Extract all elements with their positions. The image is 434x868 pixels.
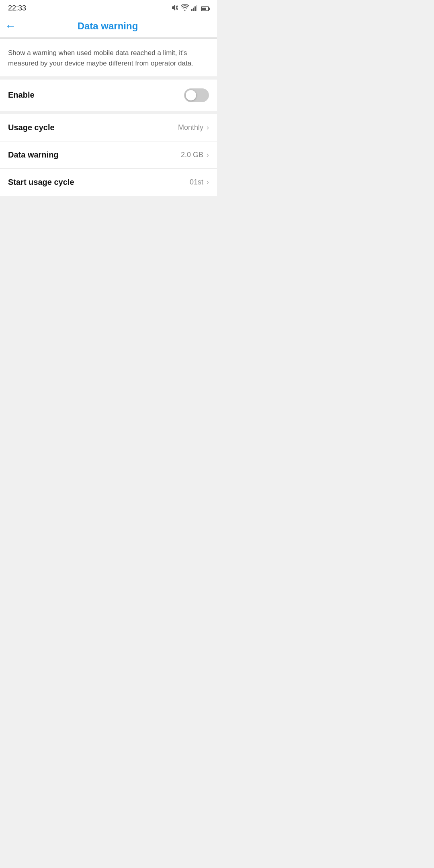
status-time: 22:33 (8, 4, 26, 12)
toggle-thumb (186, 90, 196, 100)
data-warning-value-group: 2.0 GB › (181, 151, 209, 159)
enable-section: Enable (0, 80, 217, 111)
usage-cycle-label: Usage cycle (8, 123, 55, 132)
data-warning-label: Data warning (8, 150, 59, 160)
enable-row[interactable]: Enable (0, 80, 217, 111)
start-usage-cycle-value-group: 01st › (190, 178, 209, 186)
start-usage-cycle-row[interactable]: Start usage cycle 01st › (0, 169, 217, 196)
page-title: Data warning (23, 20, 193, 32)
signal-icon (191, 4, 199, 12)
status-bar: 22:33 + (0, 0, 217, 15)
toggle-track (184, 88, 209, 102)
usage-cycle-row[interactable]: Usage cycle Monthly › (0, 114, 217, 141)
status-icons: + (171, 4, 209, 12)
toolbar: ← Data warning (0, 15, 217, 38)
svg-text:+: + (186, 5, 188, 8)
wifi-icon: + (181, 4, 189, 12)
description-text: Show a warning when used mobile data rea… (8, 48, 209, 69)
data-warning-row[interactable]: Data warning 2.0 GB › (0, 141, 217, 169)
usage-cycle-value-group: Monthly › (178, 123, 209, 132)
data-warning-value: 2.0 GB (181, 151, 203, 159)
svg-rect-5 (194, 6, 196, 11)
mute-icon (171, 4, 178, 12)
settings-list: Usage cycle Monthly › Data warning 2.0 G… (0, 114, 217, 196)
usage-cycle-value: Monthly (178, 123, 203, 132)
svg-rect-4 (193, 8, 194, 11)
data-warning-chevron: › (207, 151, 209, 159)
usage-cycle-chevron: › (207, 123, 209, 132)
start-usage-cycle-label: Start usage cycle (8, 178, 74, 187)
description-section: Show a warning when used mobile data rea… (0, 39, 217, 76)
start-usage-cycle-value: 01st (190, 178, 203, 186)
bottom-area (0, 196, 217, 437)
enable-toggle[interactable] (184, 88, 209, 102)
svg-rect-3 (191, 9, 192, 11)
battery-icon (201, 5, 209, 12)
svg-rect-6 (196, 5, 197, 11)
enable-label: Enable (8, 90, 35, 100)
start-usage-cycle-chevron: › (207, 178, 209, 186)
back-button[interactable]: ← (5, 20, 16, 32)
